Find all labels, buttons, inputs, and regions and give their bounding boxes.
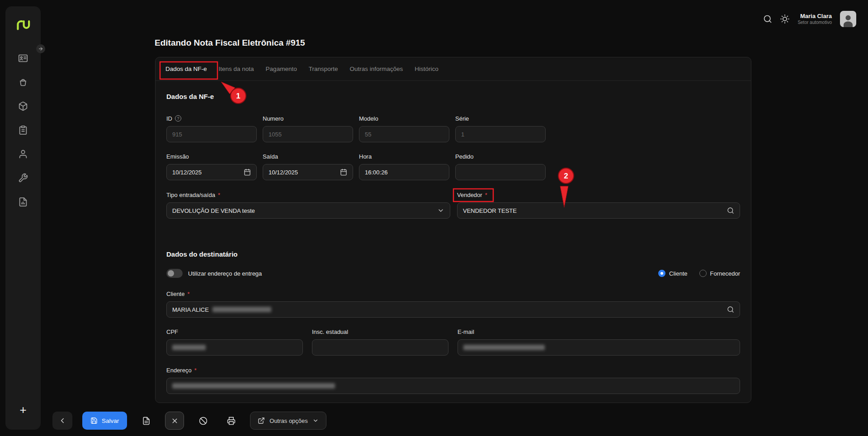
- tab-historico[interactable]: Histórico: [415, 66, 439, 72]
- field-cliente: Cliente* MARIA ALICE: [166, 290, 740, 318]
- field-email: E-mail: [458, 328, 740, 356]
- serie-input[interactable]: 1: [455, 126, 546, 142]
- calendar-icon[interactable]: [244, 169, 251, 176]
- search-icon[interactable]: [727, 207, 734, 214]
- section-heading-nfe: Dados da NF-e: [166, 93, 740, 102]
- sidebar-add-button[interactable]: +: [17, 403, 29, 416]
- cpf-input[interactable]: [166, 339, 303, 356]
- id-input[interactable]: 915: [166, 126, 257, 142]
- cliente-search-input[interactable]: MARIA ALICE: [166, 301, 740, 318]
- save-button-label: Salvar: [102, 417, 119, 424]
- help-icon[interactable]: ?: [175, 115, 181, 122]
- tab-itens-da-nota[interactable]: Itens da nota: [219, 66, 254, 72]
- pedido-input[interactable]: [455, 164, 546, 180]
- section-heading-destinatario: Dados do destinatário: [166, 250, 740, 259]
- use-delivery-address-toggle[interactable]: [166, 269, 183, 278]
- avatar-person-icon: [841, 14, 855, 27]
- id-value: 915: [172, 131, 182, 138]
- sidebar-nav: [18, 53, 28, 207]
- field-serie: Série 1: [455, 114, 546, 142]
- avatar[interactable]: [840, 11, 856, 27]
- calendar-icon[interactable]: [340, 169, 347, 176]
- redacted-text: [172, 383, 335, 389]
- sidebar-item-tools[interactable]: [18, 173, 28, 183]
- cancel-button[interactable]: [194, 412, 212, 430]
- field-id: ID ? 915: [166, 114, 257, 142]
- field-tipo-entrada-saida: Tipo entrada/saída* DEVOLUÇÃO DE VENDA t…: [166, 191, 450, 219]
- field-cpf: CPF: [166, 328, 303, 356]
- saida-date-input[interactable]: 10/12/2025: [263, 164, 353, 180]
- user-menu[interactable]: Maria Clara Setor automotivo: [797, 13, 832, 26]
- search-icon[interactable]: [727, 306, 734, 313]
- sidebar-item-orders[interactable]: [18, 125, 28, 135]
- sidebar-item-sales[interactable]: [18, 77, 28, 87]
- user-role: Setor automotivo: [797, 20, 832, 26]
- field-vendedor: Vendedor* VENDEDOR TESTE: [457, 191, 740, 219]
- document-button[interactable]: [137, 412, 155, 430]
- clipboard-icon: [18, 125, 28, 135]
- sidebar-item-products[interactable]: [18, 101, 28, 111]
- field-numero: Numero 1055: [263, 114, 353, 142]
- sidebar-expand-button[interactable]: [36, 44, 45, 53]
- save-button[interactable]: Salvar: [82, 412, 127, 430]
- email-input[interactable]: [458, 339, 740, 356]
- required-asterisk: *: [485, 192, 487, 198]
- tipo-label: Tipo entrada/saída*: [166, 191, 450, 199]
- theme-toggle-sun-icon[interactable]: [780, 14, 789, 23]
- form-row-1: ID ? 915 Numero 1055 Modelo 55 Série 1: [166, 114, 740, 142]
- vendedor-search-input[interactable]: VENDEDOR TESTE: [457, 202, 740, 219]
- endereco-input[interactable]: [166, 378, 740, 394]
- form-row-2: Emissão 10/12/2025 Saída 10/12/2025 Hora…: [166, 152, 740, 180]
- emissao-label: Emissão: [166, 152, 257, 160]
- radio-cliente[interactable]: Cliente: [658, 270, 687, 277]
- sidebar-item-contacts[interactable]: [18, 53, 28, 63]
- invoice-panel: Dados da NF-e Itens da nota Pagamento Tr…: [155, 57, 751, 403]
- id-label-text: ID: [166, 115, 172, 122]
- tab-outras-informacoes[interactable]: Outras informações: [349, 66, 403, 72]
- tab-pagamento[interactable]: Pagamento: [266, 66, 297, 72]
- print-button[interactable]: [222, 412, 240, 430]
- tab-dados-da-nfe[interactable]: Dados da NF-e: [165, 66, 207, 72]
- redacted-text: [463, 345, 545, 350]
- id-card-icon: [18, 53, 28, 63]
- modelo-input[interactable]: 55: [359, 126, 449, 142]
- app-logo-icon: [14, 15, 33, 34]
- app-logo[interactable]: [14, 15, 33, 34]
- cliente-label: Cliente*: [166, 290, 740, 298]
- insc-estadual-input[interactable]: [312, 339, 448, 356]
- redacted-text: [212, 307, 271, 312]
- topbar: Maria Clara Setor automotivo: [763, 11, 856, 27]
- id-label: ID ?: [166, 114, 257, 122]
- tab-content: Dados da NF-e ID ? 915 Numero 1055 Model…: [156, 93, 751, 394]
- chevron-left-icon: [58, 417, 66, 425]
- person-icon: [18, 149, 28, 159]
- destinatario-type-radios: Cliente Fornecedor: [658, 270, 740, 277]
- save-icon: [90, 417, 98, 424]
- sidebar-item-reports[interactable]: [18, 197, 28, 207]
- vendedor-label: Vendedor*: [457, 191, 740, 199]
- search-icon[interactable]: [763, 14, 772, 23]
- use-delivery-address-label: Utilizar endereço de entrega: [188, 270, 262, 277]
- email-label: E-mail: [458, 328, 740, 336]
- user-name: Maria Clara: [797, 13, 832, 20]
- chevron-down-icon: [312, 417, 319, 424]
- saida-label: Saída: [263, 152, 353, 160]
- emissao-date-input[interactable]: 10/12/2025: [166, 164, 257, 180]
- required-asterisk: *: [218, 192, 220, 198]
- tab-transporte[interactable]: Transporte: [309, 66, 338, 72]
- tipo-select[interactable]: DEVOLUÇÃO DE VENDA teste: [166, 202, 450, 219]
- numero-input[interactable]: 1055: [263, 126, 353, 142]
- cpf-label: CPF: [166, 328, 303, 336]
- sidebar-item-clients[interactable]: [18, 149, 28, 159]
- required-asterisk: *: [187, 291, 189, 297]
- field-insc-estadual: Insc. estadual: [312, 328, 448, 356]
- radio-fornecedor[interactable]: Fornecedor: [699, 270, 740, 277]
- destinatario-options-row: Utilizar endereço de entrega Cliente For…: [166, 268, 740, 279]
- basket-icon: [18, 77, 28, 87]
- more-options-label: Outras opções: [269, 417, 308, 424]
- close-button[interactable]: [165, 412, 184, 430]
- hora-input[interactable]: 16:00:26: [359, 164, 449, 180]
- back-button[interactable]: [52, 412, 72, 430]
- more-options-button[interactable]: Outras opções: [250, 412, 326, 430]
- close-icon: [171, 417, 179, 425]
